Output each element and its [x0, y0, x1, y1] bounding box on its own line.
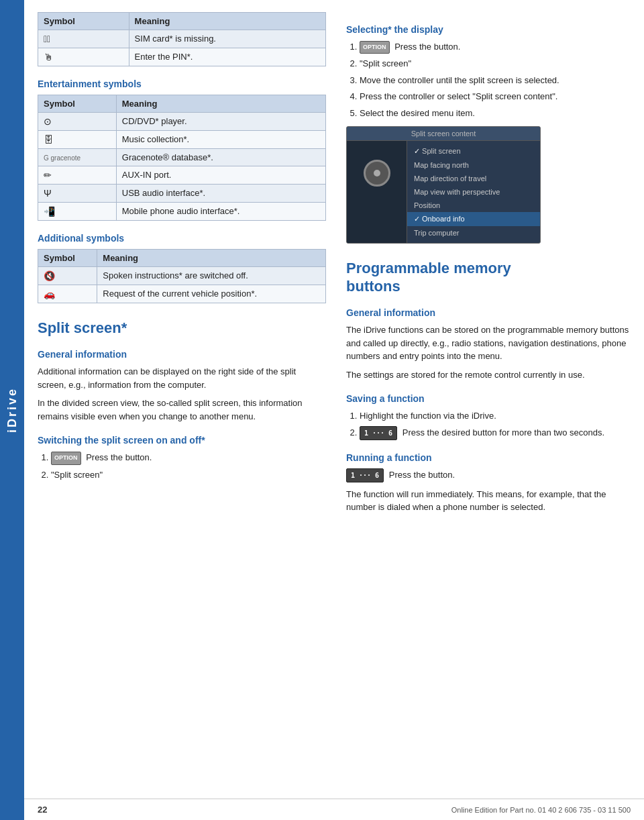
sim-symbol-2: 🖱 [38, 48, 129, 66]
list-item: "Split screen" [360, 57, 631, 70]
list-item: "Split screen" [51, 468, 326, 482]
table-row: ⊘⃠ SIM card* is missing. [38, 30, 326, 48]
list-item: OPTION Press the button. [360, 40, 631, 54]
ent-symbol-5: Ψ [38, 185, 117, 203]
split-general-info-para2: In the divided screen view, the so-calle… [38, 397, 326, 423]
right-column: Selecting* the display OPTION Press the … [346, 12, 631, 519]
option-button-icon: OPTION [51, 452, 81, 465]
list-item: Highlight the function via the iDrive. [360, 409, 631, 423]
screenshot-item-map-north: Map facing north [407, 158, 540, 172]
sim-meaning-2: Enter the PIN*. [129, 48, 325, 66]
screenshot-right-panel: Split screen Map facing north Map direct… [407, 141, 540, 243]
add-col-meaning: Meaning [97, 250, 326, 267]
selecting-step-1-text: Press the button. [394, 42, 460, 52]
ent-meaning-4: AUX-IN port. [116, 166, 325, 185]
selecting-step-3-text: Move the controller until the split scre… [360, 75, 559, 85]
sidebar: iDrive [0, 0, 24, 820]
saving-step-2-text: Press the desired button for more than t… [402, 427, 604, 438]
selecting-steps-list: OPTION Press the button. "Split screen" … [360, 40, 631, 119]
screenshot-item-split-screen: Split screen [407, 144, 540, 158]
ent-meaning-2: Music collection*. [116, 131, 325, 149]
sim-meaning-1: SIM card* is missing. [129, 30, 325, 48]
table-row: ✏ AUX-IN port. [38, 166, 326, 185]
screenshot-item-position: Position [407, 199, 540, 212]
additional-table: Symbol Meaning 🔇 Spoken instructions* ar… [38, 249, 326, 303]
sim-table: Symbol Meaning ⊘⃠ SIM card* is missing. … [38, 12, 326, 66]
running-para: 1 ··· 6 Press the button. [346, 468, 631, 482]
table-row: 🚗 Request of the current vehicle positio… [38, 285, 326, 303]
list-item: Select the desired menu item. [360, 107, 631, 120]
list-item: Move the controller until the split scre… [360, 74, 631, 87]
screenshot-item-map-direction: Map direction of travel [407, 172, 540, 185]
add-meaning-2: Request of the current vehicle position*… [97, 285, 326, 303]
sim-symbol-1: ⊘⃠ [38, 30, 129, 48]
split-general-info-para1: Additional information can be displayed … [38, 365, 326, 391]
running-text-1: Press the button. [389, 470, 455, 480]
saving-steps-list: Highlight the function via the iDrive. 1… [360, 409, 631, 440]
screenshot-left-panel [347, 141, 407, 243]
sim-table-col-meaning: Meaning [129, 13, 325, 30]
running-heading: Running a function [346, 452, 631, 463]
footer: 22 Online Edition for Part no. 01 40 2 6… [24, 799, 644, 820]
list-item: 1 ··· 6 Press the desired button for mor… [360, 426, 631, 440]
option-btn-1: OPTION [360, 41, 390, 54]
table-row: 🗄 Music collection*. [38, 131, 326, 149]
split-screen-screenshot: Split screen content Split screen Map fa… [346, 126, 541, 244]
entertainment-heading: Entertainment symbols [38, 79, 326, 89]
ent-col-meaning: Meaning [116, 95, 325, 113]
main-content: Symbol Meaning ⊘⃠ SIM card* is missing. … [24, 0, 644, 546]
ent-symbol-4: ✏ [38, 166, 117, 185]
running-memory-btn-icon: 1 ··· 6 [346, 468, 384, 482]
screenshot-title: Split screen content [347, 127, 540, 141]
screenshot-item-trip: Trip computer [407, 226, 540, 240]
saving-step-1-text: Highlight the function via the iDrive. [360, 411, 496, 421]
split-general-info-heading: General information [38, 349, 326, 360]
switching-steps-list: OPTION Press the button. "Split screen" [51, 451, 326, 481]
footer-text: Online Edition for Part no. 01 40 2 606 … [451, 806, 631, 814]
table-row: ⊙ CD/DVD* player. [38, 113, 326, 131]
entertainment-table: Symbol Meaning ⊙ CD/DVD* player. 🗄 Music… [38, 95, 326, 221]
running-text-2: The function will run immediately. This … [346, 488, 631, 514]
split-screen-major-heading: Split screen* [38, 319, 326, 337]
add-symbol-1: 🔇 [38, 267, 97, 285]
selecting-step-4-text: Press the controller or select "Split sc… [360, 91, 557, 101]
selecting-step-5-text: Select the desired menu item. [360, 108, 475, 118]
screenshot-item-map-perspective: Map view with perspective [407, 185, 540, 199]
sidebar-label: iDrive [5, 387, 19, 433]
ent-meaning-3: Gracenote® database*. [116, 149, 325, 166]
table-row: Ψ USB audio interface*. [38, 185, 326, 203]
table-row: 🔇 Spoken instructions* are switched off. [38, 267, 326, 285]
ent-symbol-2: 🗄 [38, 131, 117, 149]
table-row: G gracenote Gracenote® database*. [38, 149, 326, 166]
add-meaning-1: Spoken instructions* are switched off. [97, 267, 326, 285]
prog-general-info-para2: The settings are stored for the remote c… [346, 368, 631, 382]
programmable-major-heading: Programmable memorybuttons [346, 260, 631, 295]
sim-table-col-symbol: Symbol [38, 13, 129, 30]
selecting-step-2-text: "Split screen" [360, 58, 411, 68]
ent-col-symbol: Symbol [38, 95, 117, 113]
page-number: 22 [38, 805, 47, 815]
switching-step-1-text: Press the button. [86, 452, 152, 462]
screenshot-body: Split screen Map facing north Map direct… [347, 141, 540, 243]
table-row: 📲 Mobile phone audio interface*. [38, 203, 326, 221]
ent-symbol-6: 📲 [38, 203, 117, 221]
prog-general-info-para1: The iDrive functions can be stored on th… [346, 323, 631, 363]
additional-heading: Additional symbols [38, 233, 326, 244]
left-column: Symbol Meaning ⊘⃠ SIM card* is missing. … [38, 12, 326, 519]
screenshot-item-onboard: ✓ Onboard info [407, 212, 540, 226]
list-item: OPTION Press the button. [51, 451, 326, 464]
prog-general-info-heading: General information [346, 307, 631, 318]
list-item: Press the controller or select "Split sc… [360, 90, 631, 103]
ent-symbol-1: ⊙ [38, 113, 117, 131]
ent-meaning-1: CD/DVD* player. [116, 113, 325, 131]
ent-meaning-5: USB audio interface*. [116, 185, 325, 203]
switching-heading: Switching the split screen on and off* [38, 435, 326, 446]
switching-step-2-text: "Split screen" [51, 470, 103, 480]
ent-symbol-3: G gracenote [38, 149, 117, 166]
add-symbol-2: 🚗 [38, 285, 97, 303]
selecting-heading: Selecting* the display [346, 24, 631, 35]
add-col-symbol: Symbol [38, 250, 97, 267]
table-row: 🖱 Enter the PIN*. [38, 48, 326, 66]
saving-heading: Saving a function [346, 393, 631, 404]
ent-meaning-6: Mobile phone audio interface*. [116, 203, 325, 221]
